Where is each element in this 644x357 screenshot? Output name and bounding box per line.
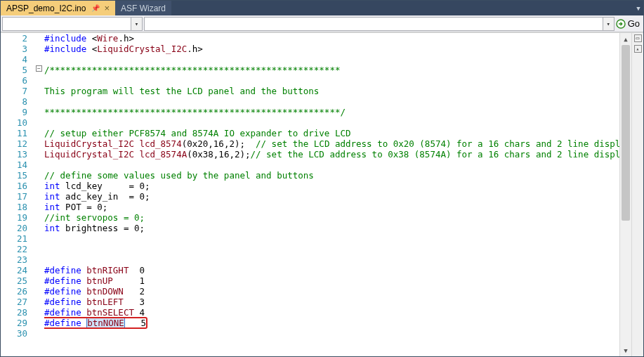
line-number: 28 (1, 307, 27, 318)
code-line[interactable] (44, 75, 619, 86)
code-line[interactable]: #define btnDOWN 2 (44, 286, 619, 297)
line-number: 30 (1, 328, 27, 339)
code-line[interactable] (44, 254, 619, 265)
navigation-bar: ▾ ▾ Go (1, 15, 643, 32)
code-area[interactable]: #include <Wire.h>#include <LiquidCrystal… (44, 33, 619, 356)
line-number: 14 (1, 160, 27, 170)
scope-combo[interactable]: ▾ (2, 17, 143, 31)
code-line[interactable]: #define btnSELECT 4 (44, 307, 619, 318)
line-number: 16 (1, 181, 27, 191)
vertical-scrollbar[interactable]: ▲ ▼ (619, 33, 631, 356)
code-line[interactable]: #include <LiquidCrystal_I2C.h> (44, 44, 619, 54)
chevron-down-icon[interactable]: ▾ (603, 18, 614, 30)
caret-up-icon[interactable]: ▴ (634, 45, 642, 53)
code-line[interactable]: #define btnLEFT 3 (44, 297, 619, 307)
code-line[interactable]: ****************************************… (44, 107, 619, 117)
fold-toggle[interactable]: − (36, 65, 42, 72)
go-label: Go (628, 18, 640, 29)
line-number: 11 (1, 128, 27, 138)
chevron-down-icon[interactable]: ▾ (131, 18, 142, 30)
line-number: 19 (1, 212, 27, 223)
line-number: 26 (1, 286, 27, 297)
line-number: 4 (1, 54, 27, 65)
line-number: 5 (1, 65, 27, 75)
line-number: 25 (1, 275, 27, 286)
code-line[interactable] (44, 244, 619, 254)
go-button[interactable]: Go (616, 17, 642, 31)
code-line[interactable]: // setup either PCF8574 and 8574A IO exp… (44, 128, 619, 138)
code-line[interactable] (44, 96, 619, 107)
code-line[interactable]: int adc_key_in = 0; (44, 191, 619, 202)
member-combo[interactable]: ▾ (144, 17, 615, 31)
split-icon[interactable]: ▭ (634, 34, 642, 42)
line-number: 17 (1, 191, 27, 202)
code-line[interactable] (44, 54, 619, 65)
code-editor: 2345678910111213141516171819202122232425… (1, 32, 643, 356)
code-line[interactable] (44, 328, 619, 339)
code-line[interactable]: //int servopos = 0; (44, 212, 619, 223)
go-arrow-icon (616, 19, 626, 29)
scroll-down[interactable]: ▼ (620, 344, 631, 356)
tab-asf-wizard[interactable]: ASF Wizard (115, 1, 171, 15)
tab-label: ASF Wizard (121, 4, 166, 13)
line-number: 9 (1, 107, 27, 117)
code-line[interactable] (44, 117, 619, 128)
line-number: 8 (1, 96, 27, 107)
tab-bar: APSP_demo_I2C.ino 📌 × ASF Wizard ▼ (1, 1, 643, 15)
line-number: 20 (1, 223, 27, 233)
line-number: 12 (1, 138, 27, 149)
code-line[interactable]: #define btnNONE 5 (44, 318, 619, 328)
tab-overflow-dropdown[interactable]: ▼ (633, 1, 643, 15)
line-number: 13 (1, 149, 27, 160)
code-line[interactable]: LiquidCrystal_I2C lcd_8574A(0x38,16,2);/… (44, 149, 619, 160)
line-number: 7 (1, 86, 27, 96)
code-line[interactable]: This program will test the LCD panel and… (44, 86, 619, 96)
code-line[interactable]: #define btnUP 1 (44, 275, 619, 286)
line-number: 18 (1, 202, 27, 212)
line-number: 15 (1, 170, 27, 181)
line-number: 27 (1, 297, 27, 307)
line-number: 23 (1, 254, 27, 265)
tab-label: APSP_demo_I2C.ino (6, 4, 86, 13)
line-number: 3 (1, 44, 27, 54)
code-line[interactable]: #define btnRIGHT 0 (44, 265, 619, 275)
close-icon[interactable]: × (104, 3, 110, 13)
fold-gutter: − (34, 33, 44, 356)
line-number: 2 (1, 33, 27, 44)
code-line[interactable] (44, 233, 619, 244)
code-line[interactable]: #include <Wire.h> (44, 33, 619, 44)
tab-active-file[interactable]: APSP_demo_I2C.ino 📌 × (1, 1, 115, 15)
line-number: 21 (1, 233, 27, 244)
line-number-gutter: 2345678910111213141516171819202122232425… (1, 33, 34, 356)
code-line[interactable]: int lcd_key = 0; (44, 181, 619, 191)
code-line[interactable]: LiquidCrystal_I2C lcd_8574(0x20,16,2); /… (44, 138, 619, 149)
code-line[interactable]: int brightness = 0; (44, 223, 619, 233)
line-number: 29 (1, 318, 27, 328)
annotation-bar: ▭ ▴ (631, 33, 643, 356)
line-number: 6 (1, 75, 27, 86)
code-line[interactable]: int POT = 0; (44, 202, 619, 212)
pin-icon[interactable]: 📌 (91, 4, 100, 12)
line-number: 10 (1, 117, 27, 128)
scroll-up[interactable]: ▲ (620, 33, 631, 45)
code-line[interactable] (44, 160, 619, 170)
code-line[interactable]: /***************************************… (44, 65, 619, 75)
scroll-thumb[interactable] (622, 45, 630, 221)
line-number: 22 (1, 244, 27, 254)
line-number: 24 (1, 265, 27, 275)
code-line[interactable]: // define some values used by the panel … (44, 170, 619, 181)
